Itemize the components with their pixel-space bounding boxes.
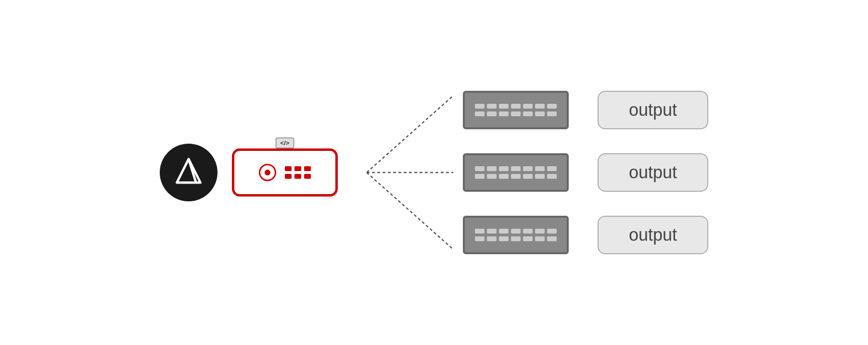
module-circle-inner (265, 170, 270, 175)
server-cell (535, 174, 545, 179)
server-cell (511, 236, 521, 241)
server-cell (523, 174, 533, 179)
svg-line-1 (367, 96, 453, 172)
module-tag: </> (276, 137, 294, 148)
server-cell (487, 229, 497, 234)
server-cell (511, 166, 521, 171)
output-box-3: output (598, 216, 708, 254)
module-body (259, 164, 311, 181)
server-cell (547, 174, 557, 179)
diagram-container: </> (49, 19, 819, 326)
server-cell (547, 104, 557, 109)
servers-column (463, 91, 569, 254)
server-cell (499, 104, 509, 109)
server-cell (499, 111, 509, 116)
server-cell (511, 104, 521, 109)
server-cell (511, 229, 521, 234)
server-cell (487, 111, 497, 116)
server-cell (535, 166, 545, 171)
server-block-1 (463, 91, 569, 129)
server-cell (499, 229, 509, 234)
output-label-3: output (629, 225, 677, 245)
module-dot (285, 166, 292, 171)
server-block-3 (463, 216, 569, 254)
server-cell (475, 174, 485, 179)
module-dot (294, 166, 301, 171)
server-cell (475, 236, 485, 241)
server-cell (511, 174, 521, 179)
output-box-1: output (598, 91, 708, 129)
server-cell (487, 166, 497, 171)
server-cell (499, 236, 509, 241)
server-row (475, 104, 557, 109)
server-cell (547, 229, 557, 234)
server-cell (523, 236, 533, 241)
server-cell (475, 229, 485, 234)
server-cell (535, 104, 545, 109)
server-row (475, 174, 557, 179)
connector-lines-area (367, 57, 453, 288)
server-block-2 (463, 153, 569, 192)
server-cell (523, 166, 533, 171)
server-cell (523, 111, 533, 116)
server-row (475, 111, 557, 116)
server-cell (547, 111, 557, 116)
module-dot (294, 174, 301, 179)
outputs-column: output output output (598, 91, 708, 254)
module-dot (285, 174, 292, 179)
output-label-1: output (629, 100, 677, 120)
server-cell (475, 104, 485, 109)
server-cell (535, 229, 545, 234)
module-dot (304, 174, 311, 179)
server-row (475, 229, 557, 234)
server-row (475, 166, 557, 171)
module-circle (259, 164, 276, 181)
output-label-2: output (629, 162, 677, 183)
server-cell (487, 174, 497, 179)
server-row (475, 236, 557, 241)
module-dot (304, 166, 311, 171)
server-cell (547, 166, 557, 171)
server-cell (535, 236, 545, 241)
server-cell (487, 104, 497, 109)
ansible-logo-svg (172, 156, 205, 189)
server-cell (547, 236, 557, 241)
connector-svg (367, 57, 453, 288)
ansible-logo (160, 144, 217, 201)
svg-line-3 (367, 172, 453, 249)
server-cell (523, 229, 533, 234)
output-box-2: output (598, 153, 708, 192)
ansible-module-block: </> (232, 148, 338, 197)
server-cell (511, 111, 521, 116)
module-dots (285, 166, 311, 179)
server-cell (475, 166, 485, 171)
server-cell (499, 166, 509, 171)
server-cell (475, 111, 485, 116)
server-cell (499, 174, 509, 179)
server-cell (487, 236, 497, 241)
server-cell (535, 111, 545, 116)
server-cell (523, 104, 533, 109)
